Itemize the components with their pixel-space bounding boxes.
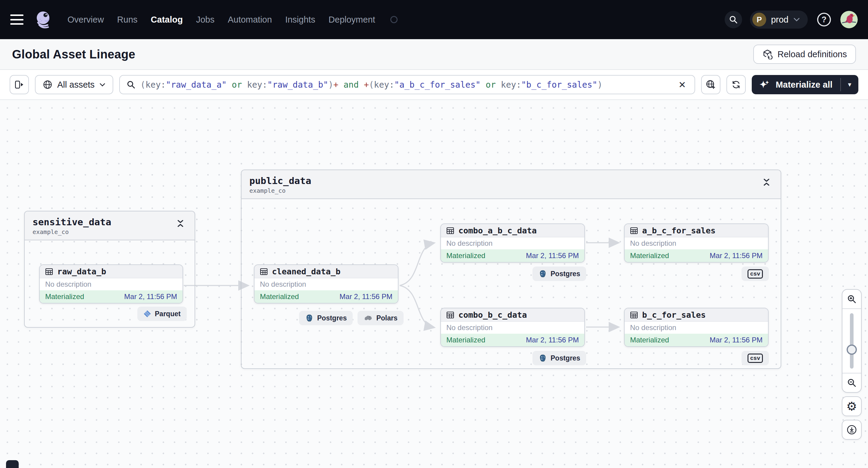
zoom-out-icon — [847, 378, 857, 387]
asset-selection-query[interactable]: (key:"raw_data_a" or key:"raw_data_b")+ … — [141, 80, 672, 90]
kind-badges-combo-b-c-data: Postgres — [532, 351, 586, 365]
collapse-icon — [763, 178, 770, 186]
download-graph-button[interactable] — [842, 420, 862, 440]
asset-status-row: Materialized Mar 2, 11:56 PM — [441, 334, 584, 346]
page-header: Global Asset Lineage Reload definitions — [0, 39, 868, 70]
materialize-options-button[interactable]: ▾ — [841, 75, 858, 94]
table-icon — [629, 226, 639, 235]
materialization-timestamp[interactable]: Mar 2, 11:56 PM — [526, 251, 579, 260]
asset-node-combo-a-b-c-data[interactable]: combo_a_b_c_data No description Material… — [440, 223, 585, 262]
status-badge: Materialized — [630, 336, 669, 344]
materialization-timestamp[interactable]: Mar 2, 11:56 PM — [339, 292, 393, 301]
globe-plus-icon — [706, 80, 716, 90]
materialization-timestamp[interactable]: Mar 2, 11:56 PM — [710, 251, 763, 260]
asset-name: a_b_c_for_sales — [642, 226, 716, 235]
nav-item-automation[interactable]: Automation — [228, 15, 272, 25]
zoom-in-button[interactable] — [842, 290, 861, 308]
graph-settings-button[interactable]: ⚙ — [842, 396, 862, 416]
asset-node-cleaned-data-b[interactable]: cleaned_data_b No description Materializ… — [254, 264, 399, 304]
gear-icon: ⚙ — [846, 400, 857, 412]
parquet-icon — [143, 310, 151, 318]
kind-badge-parquet[interactable]: Parquet — [137, 307, 187, 321]
asset-node-raw-data-b[interactable]: raw_data_b No description Materialized M… — [39, 264, 183, 304]
global-search-button[interactable] — [725, 11, 742, 28]
reload-definitions-button[interactable]: Reload definitions — [753, 44, 856, 64]
kind-badges-a-b-c-for-sales: csv — [742, 267, 769, 281]
search-icon — [126, 80, 135, 89]
filter-bar: All assets (key:"raw_data_a" or key:"raw… — [0, 70, 868, 100]
workspace-switcher[interactable]: P prod — [750, 10, 808, 29]
download-icon — [846, 424, 857, 435]
materialize-all-label: Materialize all — [776, 80, 833, 90]
asset-name: cleaned_data_b — [272, 267, 341, 276]
asset-description: No description — [625, 322, 768, 334]
add-scope-button[interactable] — [701, 75, 720, 94]
help-button[interactable]: ? — [815, 11, 833, 28]
user-avatar[interactable] — [840, 11, 858, 28]
group-title: public_data — [249, 176, 311, 186]
materialization-timestamp[interactable]: Mar 2, 11:56 PM — [526, 336, 579, 344]
group-header: sensitive_data example_co — [25, 211, 194, 240]
kind-badges-raw-data-b: Parquet — [137, 307, 187, 321]
asset-lineage-canvas[interactable]: sensitive_data example_co public_data ex… — [0, 100, 868, 468]
group-location: example_co — [33, 228, 111, 236]
kind-badge-csv[interactable]: csv — [742, 267, 769, 281]
materialization-timestamp[interactable]: Mar 2, 11:56 PM — [124, 292, 177, 301]
asset-search-input[interactable]: (key:"raw_data_a" or key:"raw_data_b")+ … — [119, 75, 695, 94]
materialization-timestamp[interactable]: Mar 2, 11:56 PM — [710, 336, 763, 344]
reload-cube-icon — [762, 49, 773, 59]
dagster-logo[interactable] — [34, 10, 53, 29]
asset-status-row: Materialized Mar 2, 11:56 PM — [254, 290, 398, 303]
asset-status-row: Materialized Mar 2, 11:56 PM — [625, 334, 768, 346]
kind-badge-csv[interactable]: csv — [742, 351, 769, 365]
chevron-down-icon — [99, 83, 105, 87]
kind-badge-polars[interactable]: Polars — [358, 311, 403, 325]
collapse-icon — [177, 219, 184, 228]
bird-avatar-image — [840, 11, 858, 28]
asset-status-row: Materialized Mar 2, 11:56 PM — [441, 249, 584, 262]
group-location: example_co — [249, 187, 311, 194]
zoom-control-panel — [842, 289, 862, 393]
help-icon: ? — [816, 12, 832, 27]
toggle-left-panel-button[interactable] — [10, 75, 29, 94]
group-header: public_data example_co — [242, 170, 781, 199]
asset-scope-dropdown[interactable]: All assets — [35, 75, 113, 94]
kind-badge-postgres[interactable]: Postgres — [532, 351, 586, 365]
nav-item-insights[interactable]: Insights — [285, 15, 315, 25]
zoom-out-button[interactable] — [842, 373, 861, 392]
kind-badge-postgres[interactable]: Postgres — [299, 311, 353, 325]
nav-item-runs[interactable]: Runs — [117, 15, 137, 25]
globe-icon — [43, 80, 53, 89]
zoom-slider[interactable] — [842, 308, 861, 373]
nav-links: Overview Runs Catalog Jobs Automation In… — [67, 15, 398, 25]
clear-query-button[interactable]: ✕ — [677, 80, 688, 90]
nav-item-deployment[interactable]: Deployment — [329, 15, 375, 25]
collapsed-panel-corner[interactable] — [6, 460, 19, 468]
kind-badges-b-c-for-sales: csv — [742, 351, 769, 365]
nav-item-overview[interactable]: Overview — [67, 15, 104, 25]
asset-node-b-c-for-sales[interactable]: b_c_for_sales No description Materialize… — [624, 308, 769, 347]
refresh-graph-button[interactable] — [726, 75, 746, 94]
status-badge: Materialized — [630, 251, 669, 260]
sparkles-icon: ✦✦ — [760, 79, 771, 90]
kind-badges-combo-a-b-c-data: Postgres — [532, 267, 586, 281]
table-icon — [629, 311, 639, 319]
nav-item-jobs[interactable]: Jobs — [196, 15, 214, 25]
zoom-slider-knob[interactable] — [847, 345, 857, 355]
table-icon — [446, 311, 455, 319]
asset-name: raw_data_b — [57, 267, 106, 276]
collapse-group-button[interactable] — [760, 176, 773, 190]
asset-node-a-b-c-for-sales[interactable]: a_b_c_for_sales No description Materiali… — [624, 223, 769, 262]
asset-node-combo-b-c-data[interactable]: combo_b_c_data No description Materializ… — [440, 308, 585, 347]
materialize-all-button[interactable]: ✦✦ Materialize all — [752, 75, 840, 94]
postgres-icon — [538, 270, 547, 278]
hamburger-icon[interactable] — [10, 14, 24, 25]
zoom-slider-track[interactable] — [850, 313, 854, 369]
nav-item-catalog[interactable]: Catalog — [151, 15, 183, 25]
kind-badge-postgres[interactable]: Postgres — [532, 267, 586, 281]
collapse-group-button[interactable] — [174, 217, 187, 231]
reload-definitions-label: Reload definitions — [777, 50, 847, 59]
asset-name: b_c_for_sales — [642, 310, 706, 319]
status-badge: Materialized — [45, 292, 84, 301]
postgres-icon — [305, 314, 313, 322]
